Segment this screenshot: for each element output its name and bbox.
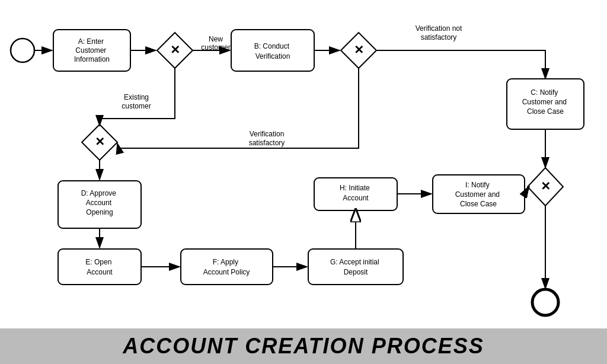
end-event: [532, 289, 558, 315]
gateway-b-label: ✕: [356, 45, 362, 54]
task-b-rect: [231, 30, 314, 71]
label-verif-sat2: satisfactory: [273, 134, 309, 142]
gateway-d-label: ✕: [98, 137, 104, 146]
diagram-area: A: Enter Customer Information ✕ New cust…: [0, 0, 607, 328]
label-new-customer2: customer: [199, 44, 228, 53]
gateway-e-label: ✕: [542, 181, 549, 190]
footer-title: ACCOUNT CREATION PROCESS: [123, 334, 484, 359]
label-new-customer: New: [206, 36, 221, 44]
task-d-label: D: Approve Account Opening: [81, 192, 121, 220]
arrow-gatewayB-taskC: [376, 50, 545, 80]
gateway-a-label: ✕: [172, 45, 178, 54]
label-existing: Existing: [118, 95, 143, 104]
task-a-label: A: Enter Customer Information: [72, 39, 111, 67]
arrow-down-to-gatewayD: [101, 119, 175, 124]
label-verif-not-sat: Verification not: [410, 24, 456, 33]
start-event: [11, 39, 34, 62]
label-verif-sat: Verification: [273, 125, 308, 133]
footer: ACCOUNT CREATION PROCESS: [0, 328, 607, 364]
label-existing2: customer: [116, 104, 145, 112]
label-verif-not-sat2: satisfactory: [415, 33, 451, 41]
